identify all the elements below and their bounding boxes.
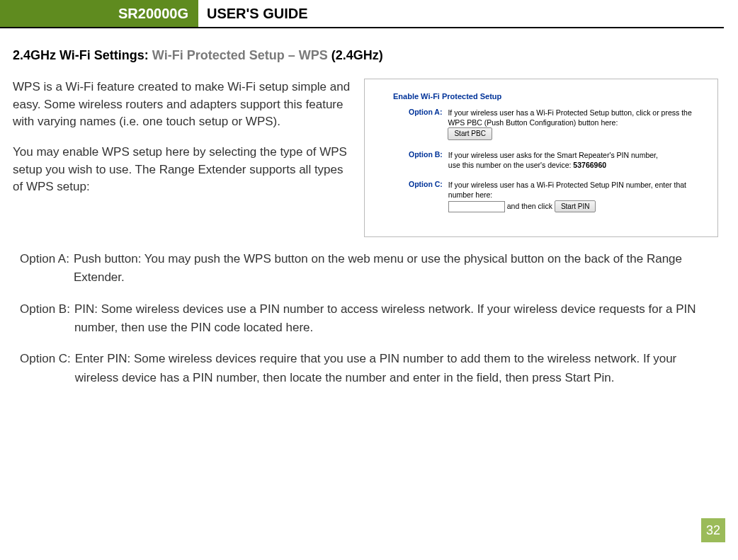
pin-input[interactable]: [448, 201, 505, 212]
panel-option-a-text: If your wireless user has a Wi-Fi Protec…: [448, 108, 691, 127]
intro-paragraph-2: You may enable WPS setup here by selecti…: [13, 144, 351, 196]
panel-option-a-label: Option A:: [409, 108, 442, 140]
page-content: 2.4GHz Wi-Fi Settings: Wi-Fi Protected S…: [0, 28, 738, 407]
option-a-row: Option A: Push button: You may push the …: [20, 250, 718, 287]
panel-option-c-text: If your wireless user has a Wi-Fi Protec…: [448, 181, 686, 199]
panel-option-b-line2-prefix: use this number on the user's device:: [448, 161, 574, 169]
panel-title: Enable Wi-Fi Protected Setup: [393, 92, 708, 101]
intro-paragraph-1: WPS is a Wi-Fi feature created to make W…: [13, 79, 351, 131]
panel-option-b: Option B: If your wireless user asks for…: [409, 150, 708, 170]
option-c-label: Option C:: [20, 350, 71, 387]
options-list: Option A: Push button: You may push the …: [20, 250, 718, 387]
header-bar: SR20000G USER'S GUIDE: [0, 0, 724, 28]
header-title: USER'S GUIDE: [198, 0, 308, 27]
wps-settings-panel: Enable Wi-Fi Protected Setup Option A: I…: [364, 79, 718, 237]
section-prefix: 2.4GHz Wi-Fi Settings:: [13, 48, 152, 62]
option-b-text: PIN: Some wireless devices use a PIN num…: [74, 300, 718, 338]
page-number: 32: [701, 518, 725, 542]
panel-option-b-pin: 53766960: [573, 161, 606, 169]
option-c-text: Enter PIN: Some wireless devices require…: [75, 350, 718, 387]
panel-option-c-mid: and then click: [507, 202, 555, 210]
section-suffix: (2.4GHz): [331, 48, 383, 62]
panel-option-a: Option A: If your wireless user has a Wi…: [409, 108, 708, 140]
panel-option-b-label: Option B:: [409, 150, 443, 170]
option-a-text: Push button: You may push the WPS button…: [74, 250, 718, 287]
option-c-row: Option C: Enter PIN: Some wireless devic…: [20, 350, 718, 387]
option-b-row: Option B: PIN: Some wireless devices use…: [20, 300, 718, 338]
panel-option-c: Option C: If your wireless user has a Wi…: [409, 180, 708, 212]
panel-option-c-label: Option C:: [409, 180, 443, 212]
header-model: SR20000G: [0, 0, 198, 27]
start-pin-button[interactable]: Start PIN: [555, 200, 596, 213]
start-pbc-button[interactable]: Start PBC: [448, 127, 492, 140]
section-gray: Wi-Fi Protected Setup – WPS: [152, 48, 331, 62]
option-b-label: Option B:: [20, 300, 70, 338]
panel-option-b-line1: If your wireless user asks for the Smart…: [448, 151, 658, 159]
option-a-label: Option A:: [20, 250, 69, 287]
section-heading: 2.4GHz Wi-Fi Settings: Wi-Fi Protected S…: [13, 48, 718, 63]
intro-column: WPS is a Wi-Fi feature created to make W…: [13, 79, 351, 209]
